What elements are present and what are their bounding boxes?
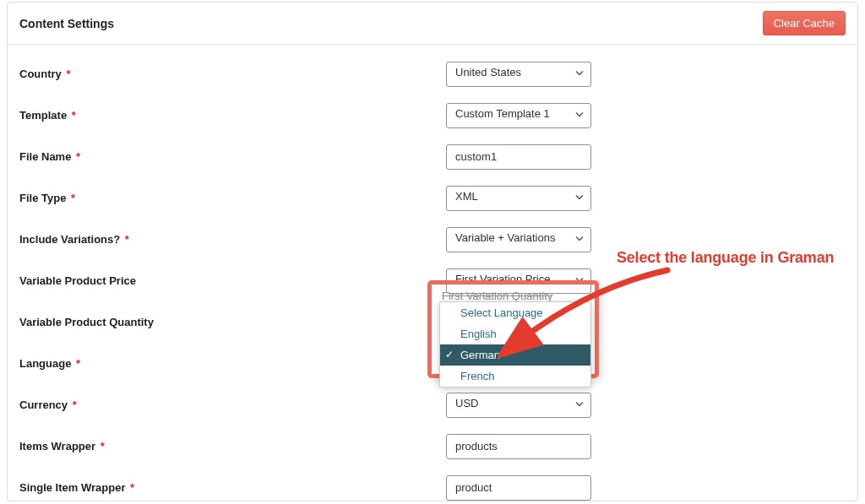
select-display: Variable + Variations <box>446 227 591 252</box>
filename-input-wrap <box>446 144 591 170</box>
label-text: Currency <box>19 398 68 411</box>
dropdown-option-german[interactable]: ✓ German <box>440 344 590 366</box>
dropdown-option-select-language[interactable]: Select Language <box>440 302 590 323</box>
checkmark-icon: ✓ <box>445 348 454 362</box>
required-asterisk: * <box>125 233 129 246</box>
clear-cache-button[interactable]: Clear Cache <box>763 11 846 35</box>
label-country: Country * <box>19 68 446 80</box>
label-text: Variable Product Quantity <box>19 316 154 328</box>
select-display: USD <box>446 393 591 418</box>
single-item-wrapper-input[interactable] <box>446 475 591 501</box>
language-dropdown-list: Select Language English ✓ German French <box>439 301 591 387</box>
required-asterisk: * <box>73 398 77 411</box>
panel-header: Content Settings Clear Cache <box>8 3 857 45</box>
label-language: Language * <box>19 357 446 370</box>
label-text: Include Variations? <box>19 233 120 246</box>
filetype-select[interactable]: XML <box>446 186 591 211</box>
required-asterisk: * <box>72 109 76 122</box>
filename-input[interactable] <box>446 144 591 170</box>
label-include-variations: Include Variations? * <box>19 233 446 246</box>
label-filename: File Name * <box>19 150 446 163</box>
label-variable-price: Variable Product Price <box>19 274 446 287</box>
required-asterisk: * <box>130 481 134 494</box>
row-filetype: File Type * XML <box>19 177 846 219</box>
single-item-wrapper-input-wrap <box>446 475 591 501</box>
label-single-item-wrapper: Single Item Wrapper * <box>19 481 446 494</box>
label-text: Variable Product Price <box>19 274 136 287</box>
select-display: XML <box>446 186 591 211</box>
label-text: File Name <box>19 150 71 163</box>
dropdown-option-french[interactable]: French <box>440 366 590 387</box>
country-select[interactable]: United States <box>446 62 591 87</box>
label-currency: Currency * <box>19 398 446 411</box>
option-label: German <box>460 349 500 361</box>
settings-form: Country * United States Template * Custo… <box>8 45 857 501</box>
row-items-wrapper: Items Wrapper * <box>19 425 846 467</box>
required-asterisk: * <box>71 192 75 204</box>
row-single-item-wrapper: Single Item Wrapper * <box>19 467 846 501</box>
annotation-callout: Select the language in Graman <box>617 249 834 267</box>
row-country: Country * United States <box>19 53 846 95</box>
label-text: Template <box>19 109 67 122</box>
label-variable-qty: Variable Product Quantity <box>19 316 446 328</box>
items-wrapper-input-wrap <box>446 434 591 459</box>
row-currency: Currency * USD <box>19 384 846 425</box>
select-display: Custom Template 1 <box>446 103 591 128</box>
required-asterisk: * <box>66 68 70 80</box>
dropdown-option-english[interactable]: English <box>440 323 590 344</box>
label-template: Template * <box>19 109 446 122</box>
panel-title: Content Settings <box>19 17 114 30</box>
label-text: Items Wrapper <box>19 440 95 453</box>
required-asterisk: * <box>101 440 105 453</box>
include-variations-select[interactable]: Variable + Variations <box>446 227 591 252</box>
label-text: Single Item Wrapper <box>19 481 125 494</box>
annotation-highlight-box: First Variation Quantity Select Language… <box>427 280 599 378</box>
items-wrapper-input[interactable] <box>446 434 591 459</box>
row-filename: File Name * <box>19 136 846 177</box>
row-template: Template * Custom Template 1 <box>19 95 846 136</box>
label-filetype: File Type * <box>19 192 446 204</box>
currency-select[interactable]: USD <box>446 393 591 418</box>
required-asterisk: * <box>76 357 80 370</box>
label-text: Language <box>19 357 71 370</box>
label-items-wrapper: Items Wrapper * <box>19 440 446 453</box>
label-text: Country <box>19 68 62 80</box>
template-select[interactable]: Custom Template 1 <box>446 103 591 128</box>
label-text: File Type <box>19 192 66 204</box>
required-asterisk: * <box>76 150 80 163</box>
select-display: United States <box>446 62 591 87</box>
